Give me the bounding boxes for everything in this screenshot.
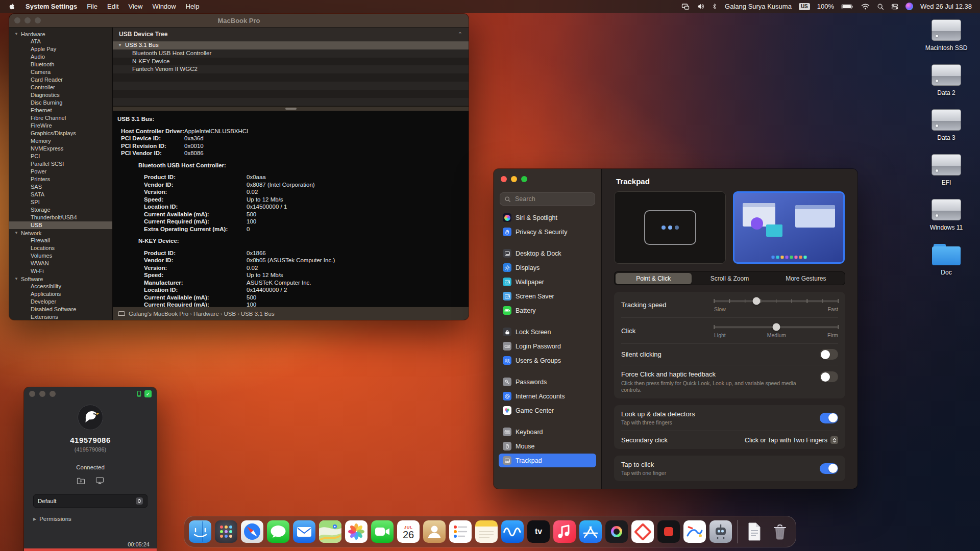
dock-reminders[interactable] <box>449 520 472 543</box>
zoom-icon[interactable] <box>35 17 41 23</box>
sidebar-item-usb[interactable]: USB <box>9 221 112 229</box>
settings-sidebar-item-siri-spotlight[interactable]: Siri & Spotlight <box>499 211 596 224</box>
apple-logo-icon[interactable] <box>8 3 16 10</box>
minimize-icon[interactable] <box>39 391 45 397</box>
sysinfo-titlebar[interactable]: MacBook Pro <box>9 14 469 28</box>
dock-notes[interactable] <box>475 520 498 543</box>
sidebar-item-card-reader[interactable]: Card Reader <box>9 76 112 84</box>
sidebar-item-accessibility[interactable]: Accessibility <box>9 283 112 290</box>
sidebar-item-graphics-displays[interactable]: Graphics/Displays <box>9 130 112 137</box>
dock-calendar[interactable]: JUL26 <box>397 520 420 543</box>
dock-facetime[interactable] <box>371 520 394 543</box>
session-profile-dropdown[interactable]: Default <box>33 494 148 508</box>
settings-sidebar-item-desktop-dock[interactable]: Desktop & Dock <box>499 246 596 260</box>
desktop-icon-data-2[interactable]: Data 2 <box>921 64 972 96</box>
dock-messages[interactable] <box>267 520 289 543</box>
sidebar-item-memory[interactable]: Memory <box>9 137 112 145</box>
sidebar-item-extensions[interactable]: Extensions <box>9 313 112 320</box>
input-source-badge[interactable]: US <box>799 3 810 10</box>
sidebar-group-hardware[interactable]: ▼Hardware <box>9 30 112 38</box>
sysinfo-window-controls[interactable] <box>14 17 41 23</box>
pane-splitter[interactable] <box>113 106 469 111</box>
menu-window[interactable]: Window <box>152 3 176 10</box>
settings-search[interactable] <box>500 192 595 206</box>
dock-music[interactable] <box>553 520 576 543</box>
dock-app-store[interactable] <box>579 520 602 543</box>
breadcrumb-item-galang-s-macbook-pro[interactable]: Galang's MacBook Pro <box>129 311 188 317</box>
sidebar-item-controller[interactable]: Controller <box>9 84 112 91</box>
settings-window-controls[interactable] <box>501 176 527 182</box>
close-icon[interactable] <box>29 391 35 397</box>
settings-sidebar-item-trackpad[interactable]: Trackpad <box>499 454 596 467</box>
wifi-icon[interactable] <box>861 3 870 10</box>
desktop-icon-doc[interactable]: Doc <box>921 244 972 276</box>
bluetooth-icon[interactable] <box>712 3 718 10</box>
menu-view[interactable]: View <box>129 3 143 10</box>
sidebar-item-sata[interactable]: SATA <box>9 191 112 198</box>
splitter-handle[interactable] <box>285 108 297 110</box>
menubar-app-name[interactable]: System Settings <box>26 3 77 10</box>
settings-sidebar-item-wallpaper[interactable]: Wallpaper <box>499 275 596 289</box>
settings-sidebar-item-login-password[interactable]: Login Password <box>499 339 596 353</box>
sidebar-item-nvmexpress[interactable]: NVMExpress <box>9 145 112 153</box>
sidebar-item-bluetooth[interactable]: Bluetooth <box>9 61 112 68</box>
sidebar-item-disc-burning[interactable]: Disc Burning <box>9 99 112 107</box>
sidebar-item-printers[interactable]: Printers <box>9 176 112 183</box>
battery-icon[interactable] <box>841 3 854 10</box>
dock-maps[interactable] <box>319 520 341 543</box>
lookup-toggle[interactable] <box>820 413 838 423</box>
sidebar-item-apple-pay[interactable]: Apple Pay <box>9 45 112 53</box>
tracking-speed-slider[interactable] <box>714 297 838 305</box>
menubar-clock[interactable]: Wed 26 Jul 12.38 <box>920 3 972 10</box>
usb-tree-item-bluetooth-usb-host-controller[interactable]: Bluetooth USB Host Controller <box>113 49 469 58</box>
sidebar-item-firewire[interactable]: FireWire <box>9 122 112 130</box>
settings-sidebar-item-keyboard[interactable]: Keyboard <box>499 425 596 439</box>
sidebar-item-diagnostics[interactable]: Diagnostics <box>9 91 112 99</box>
desktop-icon-macintosh-ssd[interactable]: Macintosh SSD <box>921 19 972 52</box>
dock-lens-app[interactable] <box>605 520 628 543</box>
screen-mirroring-icon[interactable] <box>681 3 690 11</box>
search-icon[interactable] <box>877 3 884 10</box>
dock-tv[interactable]: tv <box>527 520 550 543</box>
sidebar-item-sas[interactable]: SAS <box>9 183 112 191</box>
settings-sidebar-item-lock-screen[interactable]: Lock Screen <box>499 325 596 339</box>
silent-clicking-toggle[interactable] <box>820 349 838 360</box>
sidebar-item-audio[interactable]: Audio <box>9 53 112 61</box>
menu-help[interactable]: Help <box>186 3 200 10</box>
tracking-speed-slider-thumb[interactable] <box>752 297 760 305</box>
settings-sidebar-item-internet-accounts[interactable]: Internet Accounts <box>499 389 596 403</box>
dock-trash[interactable] <box>769 520 791 543</box>
usb-tree-root[interactable]: ▼USB 3.1 Bus <box>113 41 469 49</box>
desktop-icon-efi[interactable]: EFI <box>921 154 972 186</box>
breadcrumb-item-usb-3-1-bus[interactable]: USB 3.1 Bus <box>241 311 275 317</box>
settings-sidebar-item-users-groups[interactable]: Users & Groups <box>499 354 596 367</box>
settings-sidebar-item-passwords[interactable]: Passwords <box>499 375 596 389</box>
zoom-icon[interactable] <box>521 176 527 182</box>
sidebar-item-applications[interactable]: Applications <box>9 290 112 298</box>
siri-icon[interactable] <box>905 3 913 10</box>
sidebar-group-network[interactable]: ▼Network <box>9 229 112 237</box>
sidebar-group-software[interactable]: ▼Software <box>9 275 112 283</box>
sidebar-item-thunderbolt-usb4[interactable]: Thunderbolt/USB4 <box>9 214 112 221</box>
dock-automator[interactable] <box>709 520 732 543</box>
force-click-toggle[interactable] <box>820 371 838 382</box>
sidebar-item-firewall[interactable]: Firewall <box>9 237 112 244</box>
sidebar-item-ethernet[interactable]: Ethernet <box>9 107 112 114</box>
desktop-icon-windows-11[interactable]: Windows 11 <box>921 199 972 231</box>
usb-tree-item-n-key-device[interactable]: N-KEY Device <box>113 58 469 66</box>
menu-file[interactable]: File <box>87 3 97 10</box>
sidebar-item-wwan[interactable]: WWAN <box>9 260 112 267</box>
minimize-icon[interactable] <box>24 17 31 23</box>
permissions-disclosure[interactable]: ▶ Permissions <box>33 516 148 522</box>
dock-launchpad[interactable] <box>215 520 237 543</box>
settings-sidebar-item-screen-saver[interactable]: Screen Saver <box>499 289 596 303</box>
dock-freeform[interactable] <box>683 520 706 543</box>
sidebar-item-disabled-software[interactable]: Disabled Software <box>9 306 112 313</box>
usb-tree-item-fantech-venom-ii-wgc2[interactable]: Fantech Venom II WGC2 <box>113 65 469 73</box>
breadcrumb-item-usb[interactable]: USB <box>224 311 236 317</box>
tab-point-click[interactable]: Point & Click <box>616 273 692 284</box>
usb-device-tree-header[interactable]: USB Device Tree ⌃ <box>113 28 469 41</box>
remote-window-controls[interactable] <box>29 391 56 397</box>
dock-mail[interactable] <box>293 520 315 543</box>
search-input[interactable] <box>514 195 591 203</box>
